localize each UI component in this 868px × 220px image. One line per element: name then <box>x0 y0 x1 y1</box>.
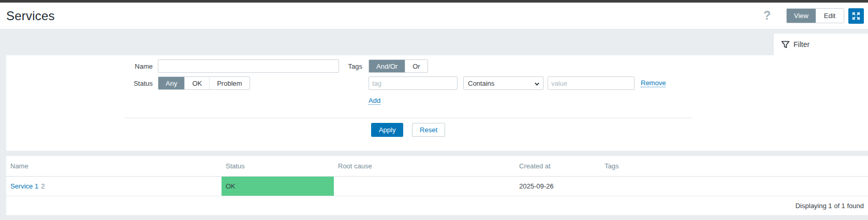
tag-remove-link[interactable]: Remove <box>641 79 666 88</box>
tags-filter-label: Tags <box>342 62 362 70</box>
name-filter-label: Name <box>124 62 153 70</box>
tag-value-input[interactable] <box>548 76 635 90</box>
view-mode-button[interactable]: View <box>787 9 816 23</box>
filter-left-column: Name Status Any OK Problem <box>124 59 342 105</box>
tag-add-link[interactable]: Add <box>369 97 380 105</box>
service-name-link[interactable]: Service 1 <box>10 182 38 190</box>
status-any-button[interactable]: Any <box>158 77 185 89</box>
status-ok-button[interactable]: OK <box>185 77 210 89</box>
help-icon[interactable]: ? <box>763 10 771 22</box>
column-header-name: Name <box>6 156 222 176</box>
status-segmented-control: Any OK Problem <box>158 76 250 90</box>
filter-panel: Name Status Any OK Problem Tags And/Or O… <box>6 55 868 151</box>
service-child-count: 2 <box>41 182 45 190</box>
filter-tab[interactable]: Filter <box>774 34 868 55</box>
filter-buttons-row: Apply Reset <box>124 118 692 137</box>
service-name-cell: Service 12 <box>6 176 222 196</box>
tags-or-button[interactable]: Or <box>405 60 427 72</box>
apply-button[interactable]: Apply <box>371 123 404 137</box>
kiosk-mode-button[interactable] <box>848 8 864 24</box>
table-row: Service 12 OK 2025-09-26 <box>6 176 868 196</box>
tags-andor-button[interactable]: And/Or <box>369 60 405 72</box>
page-title: Services <box>6 9 55 23</box>
created-at-cell: 2025-09-26 <box>515 176 600 196</box>
page-header: Services ? View Edit <box>0 3 868 29</box>
filter-funnel-icon <box>781 40 790 49</box>
tag-name-input[interactable] <box>369 76 458 90</box>
column-header-root-cause: Root cause <box>334 156 515 176</box>
status-filter-label: Status <box>124 80 153 87</box>
filter-tab-label: Filter <box>793 40 810 49</box>
displaying-count-text: Displaying 1 of 1 found <box>6 196 868 215</box>
tags-operator-segmented-control: And/Or Or <box>369 59 428 73</box>
reset-button[interactable]: Reset <box>412 123 445 137</box>
table-header-row: Name Status Root cause Created at Tags <box>6 156 868 176</box>
filter-tab-strip: Filter <box>0 29 868 55</box>
tag-match-select[interactable]: Contains <box>463 76 543 90</box>
tag-match-select-wrap: Contains <box>463 76 543 90</box>
services-table: Name Status Root cause Created at Tags S… <box>6 156 868 216</box>
column-header-created-at: Created at <box>515 156 600 176</box>
column-header-status: Status <box>222 156 334 176</box>
fullscreen-expand-icon <box>852 12 860 20</box>
root-cause-cell <box>334 176 515 196</box>
header-actions: ? View Edit <box>763 8 864 24</box>
name-filter-input[interactable] <box>158 59 339 73</box>
column-header-tags: Tags <box>600 156 868 176</box>
filter-form: Name Status Any OK Problem Tags And/Or O… <box>124 59 692 105</box>
filter-tags-column: Tags And/Or Or Contains <box>342 59 692 105</box>
tags-cell <box>600 176 868 196</box>
table-footer-row: Displaying 1 of 1 found <box>6 196 868 215</box>
status-problem-button[interactable]: Problem <box>210 77 249 89</box>
status-badge: OK <box>222 176 334 196</box>
edit-mode-button[interactable]: Edit <box>816 9 844 23</box>
view-edit-toggle: View Edit <box>786 8 844 23</box>
services-table-panel: Name Status Root cause Created at Tags S… <box>6 156 868 216</box>
panel-gap <box>0 151 868 156</box>
